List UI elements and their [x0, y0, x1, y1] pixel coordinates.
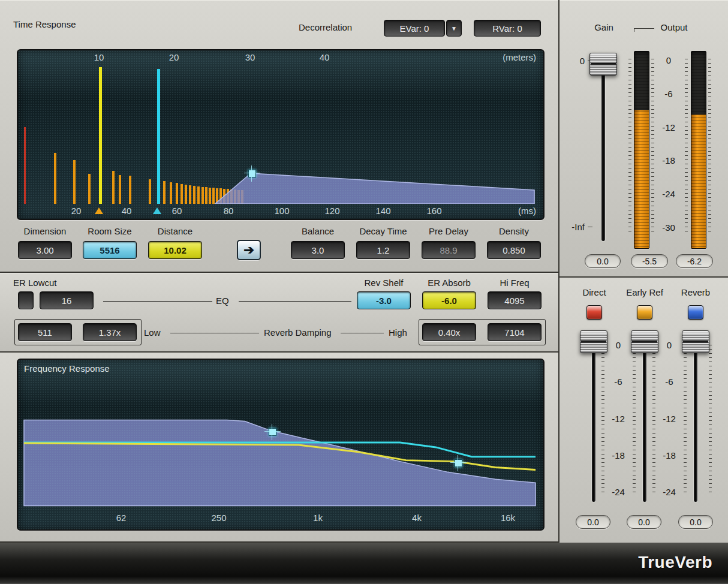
gain-readout[interactable]: 0.0 — [585, 254, 621, 268]
time-response-graph[interactable]: (meters) 10203040 (ms) 20406080100120140… — [17, 49, 545, 220]
damping-high-freq-value[interactable]: 7104 — [488, 323, 542, 341]
eq-divider-line — [239, 301, 351, 302]
rev-shelf-label: Rev Shelf — [357, 278, 411, 288]
param-distance: Distance 10.02 — [148, 226, 202, 261]
scale-tick-label: -12 — [662, 122, 675, 133]
damping-divider-line — [341, 333, 384, 333]
param-decay-time: Decay Time 1.2 — [356, 226, 410, 261]
axis-tick-label: 100 — [274, 206, 289, 216]
cyan-position-marker[interactable] — [153, 207, 161, 214]
early-ref-mute-button[interactable] — [637, 305, 652, 320]
early-ref-slider-track[interactable] — [643, 335, 646, 502]
gain-slider-thumb[interactable] — [589, 53, 617, 76]
direct-label: Direct — [576, 287, 612, 297]
reverb-slider-thumb[interactable] — [682, 330, 709, 353]
scale-tick-label: -30 — [662, 222, 675, 233]
rvar-button[interactable]: RVar: 0 — [474, 20, 541, 37]
frequency-response-svg — [18, 360, 543, 529]
scale-tick-label: 0 — [667, 340, 672, 350]
balance-value[interactable]: 3.0 — [291, 241, 345, 259]
scale-tick-label: -24 — [663, 487, 676, 497]
scale-tick-label: -18 — [663, 450, 676, 460]
axis-tick-label: 20 — [71, 206, 82, 216]
density-value[interactable]: 0.850 — [487, 241, 541, 259]
reverb-readout[interactable]: 0.0 — [678, 515, 713, 529]
mixer-tick-strip — [684, 345, 687, 496]
param-label: Pre Delay — [429, 226, 468, 236]
distance-value[interactable]: 10.02 — [148, 241, 202, 259]
freq-handle-1[interactable] — [269, 428, 276, 436]
trueverb-plugin-window: Time Response Decorrelation EVar: 0 ▼ RV… — [0, 0, 728, 584]
axis-tick-label: 160 — [426, 206, 441, 216]
direct-slider-track[interactable] — [592, 335, 595, 502]
er-lowcut-value[interactable]: 16 — [40, 291, 94, 309]
axis-tick-label: 20 — [169, 52, 179, 62]
dimension-value[interactable]: 3.00 — [18, 241, 72, 259]
param-density: Density 0.850 — [487, 226, 541, 261]
damping-high-label: High — [389, 327, 407, 338]
reverb-envelope-area — [215, 173, 535, 204]
scale-tick-label: -12 — [663, 414, 676, 424]
hi-freq-value[interactable]: 4095 — [488, 291, 542, 309]
evar-dropdown-arrow[interactable]: ▼ — [446, 20, 462, 37]
er-lowcut-label: ER Lowcut — [13, 278, 57, 288]
mixer-panel: Direct Early Ref Reverb 0-6-12-18-24 0-6… — [559, 278, 728, 543]
pre-delay-value[interactable]: 88.9 — [422, 241, 476, 259]
meter-peak-left-readout[interactable]: -5.5 — [631, 254, 668, 268]
output-bracket-line — [634, 28, 654, 29]
direct-mute-button[interactable] — [586, 305, 602, 320]
early-ref-readout[interactable]: 0.0 — [627, 515, 661, 529]
param-room-size: Room Size 5516 — [83, 226, 137, 261]
time-response-title: Time Response — [13, 19, 76, 29]
gain-label: Gain — [589, 22, 619, 32]
axis-tick-label: 62 — [116, 513, 127, 523]
time-response-plot[interactable] — [18, 66, 543, 204]
gain-scale-top: 0 — [573, 56, 585, 66]
axis-tick-label: 16k — [501, 513, 515, 523]
hi-freq-label: Hi Freq — [488, 278, 542, 288]
damping-low-freq-value[interactable]: 511 — [18, 323, 72, 341]
transfer-arrow-button[interactable]: ➔ — [237, 240, 261, 260]
rev-shelf-value[interactable]: -3.0 — [357, 291, 411, 309]
direct-readout[interactable]: 0.0 — [576, 515, 610, 529]
scale-tick-label: -6 — [664, 89, 672, 99]
param-dimension: Dimension 3.00 — [18, 226, 72, 261]
room-size-value[interactable]: 5516 — [83, 241, 137, 259]
reverb-envelope-svg — [18, 66, 543, 204]
axis-tick-label: 40 — [122, 206, 132, 216]
param-label: Distance — [158, 226, 192, 236]
eq-label: EQ — [216, 296, 229, 306]
axis-tick-label: 80 — [224, 206, 234, 216]
output-meter-right — [691, 51, 706, 249]
reverb-slider-track[interactable] — [694, 335, 697, 502]
decay-time-value[interactable]: 1.2 — [356, 241, 410, 259]
meter-tick-strip — [685, 59, 688, 233]
param-label: Balance — [302, 226, 334, 236]
freq-handle-2[interactable] — [455, 459, 462, 467]
reverb-mute-button[interactable] — [688, 305, 703, 320]
right-arrow-icon: ➔ — [243, 243, 254, 257]
reverb-level-handle[interactable] — [248, 170, 256, 177]
gain-slider-track[interactable] — [601, 58, 605, 241]
damping-low-ratio-value[interactable]: 1.37x — [83, 323, 137, 341]
orange-position-marker[interactable] — [95, 207, 103, 214]
scale-tick-label: -6 — [614, 377, 622, 387]
er-lowcut-toggle[interactable] — [18, 291, 34, 309]
er-absorb-value[interactable]: -6.0 — [422, 291, 476, 309]
frequency-response-title: Frequency Response — [24, 363, 110, 374]
axis-tick-label: 10 — [94, 52, 104, 62]
early-ref-slider-thumb[interactable] — [631, 330, 658, 353]
eq-divider-line — [103, 301, 212, 302]
axis-tick-label: 4k — [412, 513, 422, 523]
early-ref-label: Early Ref — [619, 287, 670, 297]
param-balance: Balance 3.0 — [291, 226, 345, 261]
damping-high-ratio-value[interactable]: 0.40x — [422, 323, 476, 341]
meter-peak-right-readout[interactable]: -6.2 — [676, 254, 713, 268]
direct-slider-thumb[interactable] — [580, 330, 607, 353]
output-meter-left — [634, 51, 649, 249]
evar-button[interactable]: EVar: 0 — [384, 20, 445, 37]
scale-tick-label: -18 — [612, 450, 625, 460]
axis-tick-label: 140 — [375, 206, 390, 216]
gain-scale-bottom: -Inf — [565, 222, 585, 232]
frequency-response-graph[interactable]: Frequency Response 622501k4k16k — [17, 359, 545, 531]
